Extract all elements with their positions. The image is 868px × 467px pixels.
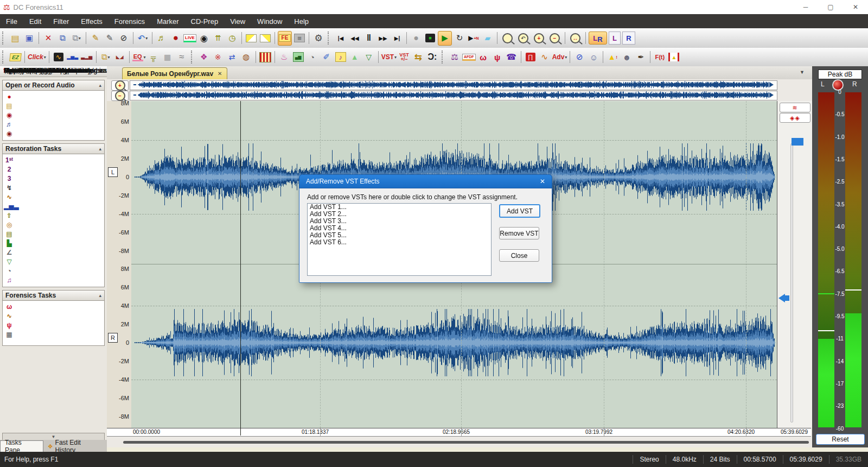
record-puck-icon[interactable]: ● <box>169 31 182 45</box>
menu-file[interactable]: File <box>0 14 23 28</box>
task-item[interactable]: ↯Remove clicks and pops <box>4 184 103 193</box>
play-append-icon[interactable]: ▶+N <box>467 31 480 45</box>
menu-help[interactable]: Help <box>288 14 315 28</box>
play-clip-icon[interactable]: ↻ <box>453 31 466 45</box>
vst-list-item[interactable]: Add VST 6... <box>308 239 491 246</box>
fast-forward-icon[interactable]: ▶▶ <box>376 31 390 45</box>
spectrum-view-icon[interactable]: ∿ <box>52 51 65 64</box>
task-item[interactable]: ωMake voices clearer <box>4 302 103 312</box>
advanced-button[interactable]: Adv▾ <box>552 51 567 64</box>
open-file-icon[interactable]: ▤ <box>9 31 22 45</box>
dialog-title-bar[interactable]: Add/Remove VST Effects ✕ <box>299 174 552 188</box>
square-wave-icon[interactable]: ∏ <box>524 51 537 64</box>
channel-l-button[interactable]: L <box>608 31 621 45</box>
toolbar-grip[interactable] <box>2 51 6 64</box>
task-item[interactable]: ▂▅▃Remove power line hum and buzz <box>4 202 103 211</box>
play-icon[interactable]: ▶ <box>438 31 452 46</box>
marker-notes-icon[interactable]: ♬ <box>155 31 168 45</box>
add-vst-button[interactable]: Add VST <box>499 204 540 218</box>
task-item[interactable]: 3Step 3 for Record Restoration <box>4 174 103 184</box>
multifilter-icon[interactable]: ❖ <box>197 51 210 64</box>
prism-icon[interactable]: ▲ <box>348 51 361 64</box>
pause-icon[interactable]: ‖ <box>362 31 375 45</box>
delete-icon[interactable]: ✕ <box>42 31 55 45</box>
stop-icon[interactable]: ■ <box>424 31 437 45</box>
library-book-icon[interactable]: ◣◢ <box>113 51 126 64</box>
patchbay-icon[interactable]: ╦ <box>147 51 160 64</box>
toolbar-grip[interactable] <box>2 31 6 45</box>
burn-cd-icon[interactable]: ◉ <box>197 31 210 45</box>
click-filter-button[interactable]: Click▾ <box>28 51 46 64</box>
task-item[interactable]: ▙Modify the dynamics of a song <box>4 239 103 248</box>
task-item[interactable]: ▽Enhance Speech sounds having no sibilan… <box>4 257 103 267</box>
task-item[interactable]: ▤Open an Audio File... <box>4 102 103 111</box>
save-icon[interactable]: ▣ <box>23 31 36 45</box>
minimize-button[interactable]: ─ <box>793 0 818 14</box>
tab-tasks-pane[interactable]: Tasks Pane <box>0 440 43 452</box>
section-header-1[interactable]: Restoration Tasks▴ <box>2 143 105 154</box>
mic-mute-icon[interactable]: ⊘ <box>573 51 586 64</box>
task-item[interactable]: ●Record Audio... <box>4 92 103 102</box>
tab-fast-edit-history[interactable]: ❖ Fast Edit History <box>43 441 107 452</box>
task-item[interactable]: ◎Enhance the high frequencies <box>4 220 103 230</box>
overview-zoom-in-button[interactable]: + <box>111 80 129 91</box>
keyfinder-icon[interactable]: ♪ <box>334 51 347 64</box>
task-item[interactable]: ∠Reduce wind noise <box>4 248 103 257</box>
task-item[interactable]: ψAmplify background whispers or sounds <box>4 321 103 330</box>
menu-forensics[interactable]: Forensics <box>108 14 151 28</box>
record-icon[interactable]: ● <box>410 31 423 45</box>
marker-display-button[interactable]: ◈◈ <box>780 113 810 123</box>
timer-icon[interactable]: ◷ <box>226 31 239 45</box>
speech-funnel-icon[interactable]: ▽ <box>362 51 375 64</box>
menu-effects[interactable]: Effects <box>75 14 108 28</box>
horizontal-scrollbar[interactable] <box>123 441 809 444</box>
dynamics-icon[interactable]: ▄▆ <box>292 51 305 64</box>
channel-r-button[interactable]: R <box>622 31 635 45</box>
gain-up-icon[interactable]: ⇈ <box>212 31 225 45</box>
blender-icon[interactable]: ♨ <box>278 51 291 64</box>
event-marker-icon[interactable]: ▲ <box>667 51 680 64</box>
vst-button[interactable]: VST▾ <box>381 51 397 64</box>
meter-reset-button[interactable]: Reset <box>816 434 865 445</box>
speaker-id-icon[interactable]: ☻ <box>620 51 633 64</box>
maximize-button[interactable]: ▢ <box>818 0 843 14</box>
paintbrush-icon[interactable]: ✐ <box>320 51 333 64</box>
overview-strip-right[interactable] <box>130 91 777 100</box>
menu-edit[interactable]: Edit <box>23 14 47 28</box>
warning-icon[interactable]: ▲! <box>606 51 619 64</box>
swap-channels-icon[interactable]: ⇆ <box>412 51 425 64</box>
menu-marker[interactable]: Marker <box>151 14 184 28</box>
track-spacing-icon[interactable]: ≡ <box>293 31 306 45</box>
wind-noise-icon[interactable]: ≈ <box>175 51 188 64</box>
thumbnail-icon[interactable]: ▦ <box>161 51 174 64</box>
spectrum-bars-icon[interactable]: ▂▅▃ <box>66 51 79 64</box>
toolbar-grip[interactable] <box>442 51 445 64</box>
fast-edit-button[interactable]: FE <box>278 31 292 46</box>
fade-out-icon[interactable] <box>259 31 272 45</box>
copy-icon[interactable]: ⧉ <box>56 31 69 45</box>
file-pages-icon[interactable]: ⧉▾ <box>99 51 112 64</box>
ez-impulse-button[interactable]: EZ <box>9 51 22 64</box>
eq-button[interactable]: EQ▾ <box>132 51 146 64</box>
task-item[interactable]: ▤Equalize the track to your taste <box>4 230 103 239</box>
speed-dial-icon[interactable]: ◔ <box>306 51 319 64</box>
task-item[interactable]: ♬Open DC Tunes Music Library <box>4 120 103 129</box>
time-ruler[interactable]: 00:00.000001:18.133702:18.966503:19.7992… <box>107 428 811 437</box>
toolbar-grip[interactable] <box>191 51 195 64</box>
impulse-noise-icon[interactable]: ※ <box>212 51 225 64</box>
task-item[interactable]: ◔Correct the speed of a recording <box>4 267 103 276</box>
paste-icon[interactable]: ⧉▾ <box>70 31 83 45</box>
whisper-amplify-icon[interactable]: ψ <box>491 51 504 64</box>
task-item[interactable]: ⇧Maximize the signal level <box>4 211 103 220</box>
reverb-icon[interactable]: Ɔ: <box>426 51 439 64</box>
tube-icon[interactable]: ◍ <box>240 51 253 64</box>
task-item[interactable]: ∿Remove background noise and hiss <box>4 193 103 202</box>
section-header-0[interactable]: Open or Record Audio▴ <box>2 80 105 91</box>
eraser-icon[interactable]: ▰ <box>481 31 494 45</box>
remove-vst-button[interactable]: Remove VST <box>499 227 539 239</box>
tab-close-icon[interactable]: ✕ <box>218 71 222 77</box>
position-marker[interactable] <box>778 294 789 302</box>
toolbar-grip[interactable] <box>328 31 331 45</box>
wave-shaper-icon[interactable]: ∿ <box>538 51 551 64</box>
zoom-in-cursor-icon[interactable]: + <box>532 31 546 45</box>
